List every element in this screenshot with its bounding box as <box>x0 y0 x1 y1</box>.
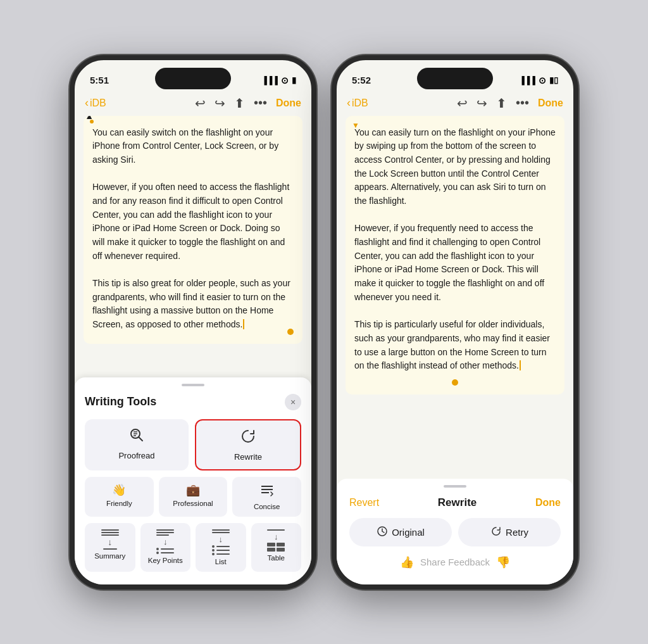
note-text-right: You can easily turn on the flashlight on… <box>354 125 556 373</box>
panel-handle <box>182 384 204 386</box>
signal-icon-right: ▐▐▐ <box>519 76 535 85</box>
summary-label: Summary <box>94 552 125 560</box>
note-dot-right <box>452 379 458 386</box>
rewrite-nav: Revert Rewrite Done <box>349 496 561 509</box>
concise-icon <box>260 483 274 500</box>
back-chevron-left: ‹ <box>85 96 89 110</box>
back-button-right[interactable]: ‹ iDB <box>347 96 368 110</box>
writing-tools-panel: Writing Tools × Proofread <box>75 377 311 584</box>
battery-icon-right: ▮▯ <box>549 75 558 85</box>
professional-label: Professional <box>173 500 213 507</box>
more-icon-left[interactable]: ••• <box>254 96 267 110</box>
close-button[interactable]: × <box>285 394 301 410</box>
undo-icon-right[interactable]: ↩ <box>457 96 468 111</box>
table-button[interactable]: ↓ Table <box>251 523 302 572</box>
panel-header: Writing Tools × <box>85 394 301 410</box>
proofread-label: Proofread <box>118 451 154 460</box>
friendly-icon: 👋 <box>112 483 126 497</box>
keypoints-icon: ↓ <box>156 529 174 554</box>
feedback-row: 👍 Share Feedback 👎 <box>349 555 561 569</box>
professional-icon: 💼 <box>186 483 200 497</box>
main-tools-row: Proofread Rewrite <box>85 419 301 470</box>
list-button[interactable]: ↓ List <box>196 523 246 572</box>
keypoints-button[interactable]: ↓ Key Points <box>140 523 191 572</box>
svg-line-1 <box>139 437 143 441</box>
note-flag-right: ▼ <box>352 120 359 132</box>
original-icon <box>377 526 388 539</box>
note-dot-left <box>287 329 294 335</box>
retry-label: Retry <box>506 527 528 538</box>
retry-icon <box>490 526 502 539</box>
feedback-label[interactable]: Share Feedback <box>420 557 490 567</box>
concise-button[interactable]: Concise <box>232 477 301 517</box>
list-icon: ↓ <box>212 529 230 555</box>
proofread-icon <box>128 427 145 447</box>
redo-icon-left[interactable]: ↪ <box>215 96 225 111</box>
rewrite-bottom-panel: Revert Rewrite Done Original <box>337 479 573 584</box>
original-button[interactable]: Original <box>349 518 452 546</box>
thumbsup-icon[interactable]: 👍 <box>400 555 414 569</box>
nav-actions-right: ↩ ↪ ⬆ ••• Done <box>457 96 563 111</box>
revert-button[interactable]: Revert <box>349 497 379 508</box>
scene: 5:51 ▐▐▐ ⊙ ▮ ‹ iDB ↩ ↪ ⬆ ••• Done ▼ <box>70 55 578 590</box>
note-area-right: ▼ You can easily turn on the flashlight … <box>346 116 564 395</box>
rewrite-done-button[interactable]: Done <box>535 497 561 508</box>
left-phone: 5:51 ▐▐▐ ⊙ ▮ ‹ iDB ↩ ↪ ⬆ ••• Done ▼ <box>70 55 316 590</box>
format-tools-row: ↓ Summary ↓ <box>85 523 301 572</box>
done-button-left[interactable]: Done <box>276 98 301 109</box>
rewrite-title: Rewrite <box>438 496 477 509</box>
table-icon: ↓ <box>267 529 285 552</box>
done-button-right[interactable]: Done <box>538 98 563 109</box>
rewrite-icon <box>240 428 256 448</box>
proofread-button[interactable]: Proofread <box>85 419 189 470</box>
rewrite-label: Rewrite <box>234 452 262 462</box>
summary-button[interactable]: ↓ Summary <box>85 523 135 572</box>
share-icon-left[interactable]: ⬆ <box>234 96 245 111</box>
summary-icon: ↓ <box>101 529 119 550</box>
status-icons-left: ▐▐▐ ⊙ ▮ <box>261 75 296 85</box>
friendly-button[interactable]: 👋 Friendly <box>85 477 154 517</box>
thumbsdown-icon[interactable]: 👎 <box>496 555 510 569</box>
redo-icon-right[interactable]: ↪ <box>477 96 487 111</box>
retry-button[interactable]: Retry <box>458 518 561 546</box>
wifi-icon-right: ⊙ <box>539 75 546 85</box>
back-chevron-right: ‹ <box>347 96 351 110</box>
note-flag-left: ▼ <box>90 120 94 123</box>
original-label: Original <box>392 527 425 538</box>
back-label-right: iDB <box>352 98 368 109</box>
note-text-left: You can easily switch on the flashlight … <box>92 125 294 332</box>
back-label-left: iDB <box>90 98 106 109</box>
nav-actions-left: ↩ ↪ ⬆ ••• Done <box>195 96 301 111</box>
rewrite-actions: Original Retry <box>349 518 561 546</box>
nav-bar-left: ‹ iDB ↩ ↪ ⬆ ••• Done <box>75 92 311 116</box>
time-right: 5:52 <box>352 75 371 85</box>
list-label: List <box>215 558 227 565</box>
keypoints-label: Key Points <box>148 557 183 564</box>
concise-label: Concise <box>254 503 280 510</box>
rewrite-handle <box>444 485 466 488</box>
signal-icon-left: ▐▐▐ <box>261 76 278 85</box>
nav-bar-right: ‹ iDB ↩ ↪ ⬆ ••• Done <box>337 92 573 116</box>
rewrite-button[interactable]: Rewrite <box>195 419 301 470</box>
tone-tools-row: 👋 Friendly 💼 Professional <box>85 477 301 517</box>
time-left: 5:51 <box>90 75 109 85</box>
battery-icon-left: ▮ <box>292 75 296 85</box>
back-button-left[interactable]: ‹ iDB <box>85 96 106 110</box>
share-icon-right[interactable]: ⬆ <box>496 96 507 111</box>
dynamic-island-left <box>155 68 231 89</box>
dynamic-island-right <box>417 68 493 89</box>
friendly-label: Friendly <box>106 500 132 507</box>
undo-icon-left[interactable]: ↩ <box>195 96 206 111</box>
wifi-icon-left: ⊙ <box>281 75 289 85</box>
more-icon-right[interactable]: ••• <box>516 96 529 110</box>
right-phone: 5:52 ▐▐▐ ⊙ ▮▯ ‹ iDB ↩ ↪ ⬆ ••• Done ▼ <box>332 55 578 590</box>
note-area-left: ▼ You can easily switch on the flashligh… <box>84 116 302 344</box>
status-icons-right: ▐▐▐ ⊙ ▮▯ <box>519 75 558 85</box>
table-label: Table <box>268 554 285 562</box>
professional-button[interactable]: 💼 Professional <box>159 477 228 517</box>
panel-title: Writing Tools <box>85 395 156 408</box>
